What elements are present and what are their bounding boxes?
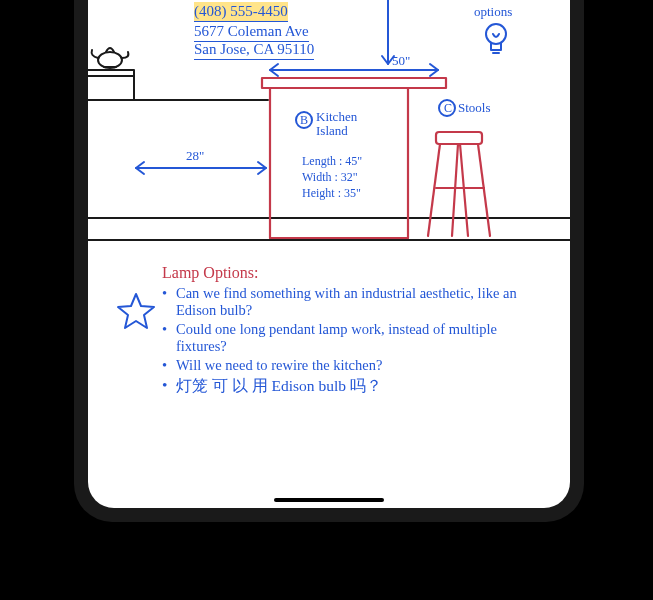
svg-rect-9	[436, 132, 482, 144]
options-label: options	[474, 4, 512, 20]
list-item: •Will we need to rewire the kitchen?	[162, 357, 522, 374]
list-item: •灯笼 可 以 用 Edison bulb 吗？	[162, 376, 522, 397]
marker-c-letter: C	[444, 101, 452, 116]
svg-line-12	[452, 144, 458, 236]
island-title: Kitchen Island	[316, 110, 386, 137]
notes-list: •Can we find something with an industria…	[162, 283, 522, 397]
svg-marker-20	[118, 294, 154, 328]
list-item: •Can we find something with an industria…	[162, 285, 522, 319]
marker-b-letter: B	[300, 113, 308, 128]
home-indicator[interactable]	[274, 498, 384, 502]
note-canvas[interactable]: (408) 555-4450 5677 Coleman Ave San Jose…	[88, 0, 570, 508]
stools-label: Stools	[458, 100, 491, 116]
screen[interactable]: (408) 555-4450 5677 Coleman Ave San Jose…	[88, 0, 570, 508]
dim-top-label: 50"	[392, 53, 410, 69]
address-line2[interactable]: San Jose, CA 95110	[194, 40, 314, 60]
address-line1[interactable]: 5677 Coleman Ave	[194, 22, 309, 42]
list-item: •Could one long pendant lamp work, inste…	[162, 321, 522, 355]
island-length: Length : 45"	[302, 154, 362, 169]
teapot-icon	[92, 48, 129, 68]
svg-line-11	[478, 144, 490, 236]
lightbulb-icon	[486, 24, 506, 53]
svg-line-10	[428, 144, 440, 236]
phone-text[interactable]: (408) 555-4450	[194, 2, 288, 22]
stool-shape	[428, 132, 490, 236]
dim-left-label: 28"	[186, 148, 204, 164]
island-height: Height : 35"	[302, 186, 361, 201]
ipad-frame: (408) 555-4450 5677 Coleman Ave San Jose…	[74, 0, 584, 522]
sketch-layer	[88, 0, 570, 508]
svg-point-4	[98, 52, 122, 68]
svg-point-18	[486, 24, 506, 44]
lamp-options-title: Lamp Options:	[162, 263, 258, 283]
island-width: Width : 32"	[302, 170, 358, 185]
svg-line-13	[460, 144, 468, 236]
star-icon	[118, 294, 154, 328]
